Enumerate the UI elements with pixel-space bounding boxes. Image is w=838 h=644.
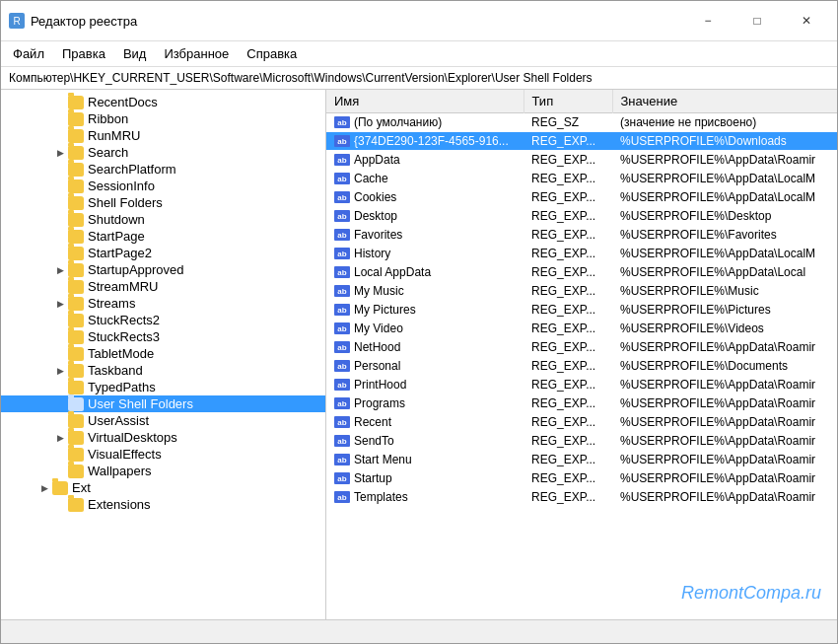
registry-value-name: Personal [354,359,400,373]
tree-item[interactable]: ▶StartupApproved [1,261,325,278]
table-row[interactable]: abRecentREG_EXP...%USERPROFILE%\AppData\… [326,413,837,432]
tree-item[interactable]: RecentDocs [1,94,325,110]
folder-icon [68,163,84,177]
registry-value-type: REG_EXP... [524,357,612,376]
tree-item-label: Shutdown [88,212,145,227]
tree-item[interactable]: User Shell Folders [1,395,325,412]
registry-value-name: Desktop [354,209,397,223]
registry-value-data: %USERPROFILE%\Videos [612,320,837,338]
registry-value-icon: ab [334,304,350,316]
col-header-type[interactable]: Тип [524,90,612,113]
folder-icon [68,112,84,126]
tree-item-label: Taskband [88,363,143,378]
tree-item[interactable]: RunMRU [1,127,325,144]
table-row[interactable]: abPrintHoodREG_EXP...%USERPROFILE%\AppDa… [326,376,837,394]
tree-item[interactable]: Shell Folders [1,194,325,211]
tree-item[interactable]: ▶Search [1,144,325,161]
address-bar: Компьютер\HKEY_CURRENT_USER\Software\Mic… [1,67,837,90]
tree-item[interactable]: StartPage2 [1,245,325,261]
menu-view[interactable]: Вид [115,43,155,64]
folder-icon [68,448,84,462]
tree-item[interactable]: ▶Ext [1,479,325,496]
tree-item[interactable]: ▶Streams [1,295,325,312]
tree-item[interactable]: SearchPlatform [1,161,325,178]
registry-value-name: Cache [354,172,388,185]
tree-item-label: RecentDocs [88,95,158,109]
tree-item[interactable]: ▶Taskband [1,362,325,379]
tree-item-label: RunMRU [88,128,140,143]
tree-item[interactable]: UserAssist [1,412,325,429]
table-row[interactable]: abStart MenuREG_EXP...%USERPROFILE%\AppD… [326,451,837,469]
tree-item[interactable]: StuckRects3 [1,328,325,345]
table-row[interactable]: abSendToREG_EXP...%USERPROFILE%\AppData\… [326,432,837,451]
table-row[interactable]: ab(По умолчанию)REG_SZ(значение не присв… [326,113,837,132]
menu-file[interactable]: Файл [5,43,52,64]
table-row[interactable]: abNetHoodREG_EXP...%USERPROFILE%\AppData… [326,338,837,357]
table-row[interactable]: abFavoritesREG_EXP...%USERPROFILE%\Favor… [326,226,837,245]
tree-item[interactable]: StreamMRU [1,278,325,295]
tree-item[interactable]: StuckRects2 [1,312,325,328]
menu-edit[interactable]: Правка [54,43,113,64]
tree-item[interactable]: ▶VirtualDesktops [1,429,325,446]
tree-item[interactable]: Ribbon [1,110,325,127]
minimize-button[interactable]: − [685,7,731,35]
registry-value-icon: ab [334,379,350,391]
table-row[interactable]: abMy VideoREG_EXP...%USERPROFILE%\Videos [326,320,837,338]
col-header-name[interactable]: Имя [326,90,524,113]
menu-help[interactable]: Справка [239,43,305,64]
tree-item-label: Ext [72,480,91,495]
table-row[interactable]: abStartupREG_EXP...%USERPROFILE%\AppData… [326,469,837,488]
tree-item[interactable]: TabletMode [1,345,325,362]
tree-item[interactable]: Extensions [1,496,325,513]
folder-icon [68,347,84,361]
table-row[interactable]: abHistoryREG_EXP...%USERPROFILE%\AppData… [326,245,837,263]
menu-favorites[interactable]: Избранное [156,43,237,64]
tree-expand-arrow[interactable]: ▶ [52,299,68,309]
table-row[interactable]: abCookiesREG_EXP...%USERPROFILE%\AppData… [326,188,837,207]
tree-item-label: User Shell Folders [88,396,193,411]
registry-value-icon: ab [334,360,350,372]
registry-value-data: %USERPROFILE%\AppData\Roamir [612,413,837,432]
registry-value-name: Templates [354,490,408,504]
tree-item-label: StartPage2 [88,246,152,260]
registry-value-data: (значение не присвоено) [612,113,837,132]
registry-value-data: %USERPROFILE%\AppData\LocalM [612,245,837,263]
registry-value-type: REG_EXP... [524,376,612,394]
table-row[interactable]: abTemplatesREG_EXP...%USERPROFILE%\AppDa… [326,488,837,507]
table-row[interactable]: abProgramsREG_EXP...%USERPROFILE%\AppDat… [326,394,837,413]
registry-value-data: %USERPROFILE%\AppData\Local [612,263,837,282]
maximize-button[interactable]: □ [734,7,780,35]
table-row[interactable]: abCacheREG_EXP...%USERPROFILE%\AppData\L… [326,170,837,188]
table-row[interactable]: abMy MusicREG_EXP...%USERPROFILE%\Music [326,282,837,301]
tree-item[interactable]: SessionInfo [1,178,325,194]
tree-item[interactable]: StartPage [1,228,325,245]
table-row[interactable]: abDesktopREG_EXP...%USERPROFILE%\Desktop [326,207,837,226]
tree-item-label: StuckRects3 [88,329,160,344]
table-row[interactable]: abMy PicturesREG_EXP...%USERPROFILE%\Pic… [326,301,837,320]
tree-item[interactable]: Wallpapers [1,463,325,479]
menu-bar: Файл Правка Вид Избранное Справка [1,41,837,67]
table-row[interactable]: abAppDataREG_EXP...%USERPROFILE%\AppData… [326,151,837,170]
table-row[interactable]: abLocal AppDataREG_EXP...%USERPROFILE%\A… [326,263,837,282]
folder-icon [68,397,84,411]
tree-item[interactable]: Shutdown [1,211,325,228]
tree-expand-arrow[interactable]: ▶ [36,483,52,493]
tree-item[interactable]: TypedPaths [1,379,325,395]
folder-icon [68,414,84,428]
registry-value-data: %USERPROFILE%\AppData\Roamir [612,338,837,357]
table-row[interactable]: abPersonalREG_EXP...%USERPROFILE%\Docume… [326,357,837,376]
registry-value-data: %USERPROFILE%\AppData\Roamir [612,469,837,488]
tree-item-label: TypedPaths [88,380,156,394]
tree-item[interactable]: VisualEffects [1,446,325,463]
registry-value-icon: ab [334,248,350,259]
tree-expand-arrow[interactable]: ▶ [52,265,68,275]
close-button[interactable]: ✕ [784,7,829,35]
folder-icon [68,96,84,109]
table-row[interactable]: ab{374DE290-123F-4565-916...REG_EXP...%U… [326,132,837,151]
col-header-value[interactable]: Значение [612,90,837,113]
tree-expand-arrow[interactable]: ▶ [52,366,68,376]
registry-value-icon: ab [334,285,350,297]
tree-expand-arrow[interactable]: ▶ [52,148,68,158]
tree-expand-arrow[interactable]: ▶ [52,433,68,443]
registry-value-icon: ab [334,472,350,484]
